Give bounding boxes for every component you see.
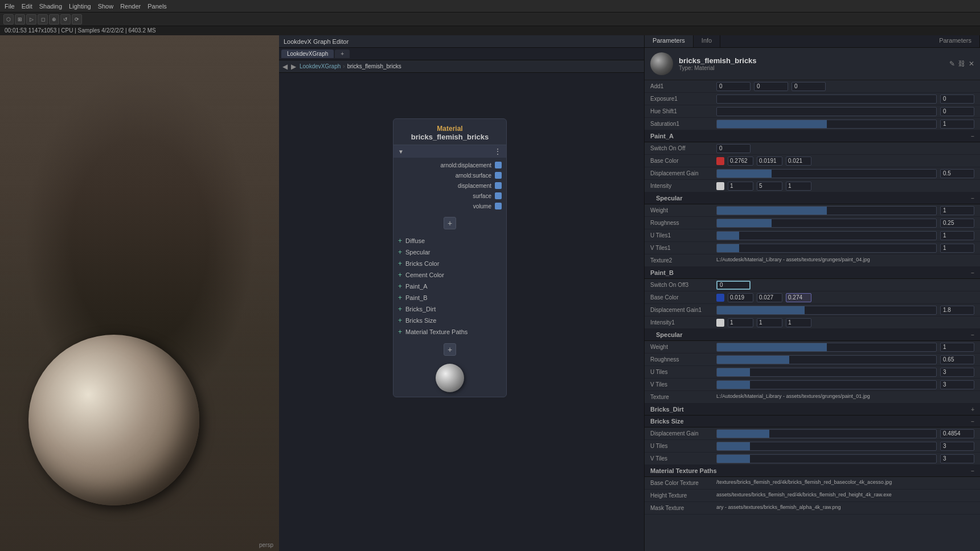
tab-parameters-right[interactable]: Parameters (931, 35, 980, 47)
param-utiles1-bar[interactable] (716, 231, 937, 240)
param-utiles-bs-value[interactable] (940, 442, 974, 451)
param-base-color-b-b[interactable] (786, 293, 811, 302)
param-saturation1-value[interactable] (940, 120, 974, 129)
param-utiles-bs-bar[interactable] (716, 442, 937, 451)
param-vtiles-b-bar[interactable] (716, 380, 937, 389)
toolbar-btn-4[interactable]: ◻ (38, 14, 48, 24)
param-weight-a-value[interactable] (940, 206, 974, 215)
toolbar-btn-1[interactable]: ⬡ (3, 14, 14, 24)
output-dot-4[interactable] (495, 192, 502, 199)
param-intensity1-v1[interactable] (728, 318, 753, 327)
expand-icon[interactable]: + (398, 305, 402, 313)
graph-tab-main[interactable]: LookdevXGraph (281, 50, 334, 58)
param-roughness-a-value[interactable] (940, 219, 974, 228)
param-hueshift1-bar[interactable] (716, 107, 937, 116)
toolbar-btn-3[interactable]: ▷ (26, 14, 36, 24)
param-saturation1-bar[interactable] (716, 120, 937, 129)
param-exposure1-bar[interactable] (716, 94, 937, 104)
paint-b-collapse[interactable]: − (971, 270, 974, 276)
param-base-color-a-swatch[interactable] (716, 157, 724, 165)
param-base-color-b-g[interactable] (757, 293, 782, 302)
param-displacement-gain1-value[interactable] (940, 306, 974, 315)
param-roughness-a-bar[interactable] (716, 219, 937, 228)
tab-parameters[interactable]: Parameters (645, 35, 694, 47)
param-utiles-b-value[interactable] (940, 368, 974, 377)
edit-link-icon[interactable]: ⛓ (958, 60, 965, 68)
param-roughness-b-value[interactable] (940, 355, 974, 364)
param-displacement-gain1-bar[interactable] (716, 306, 937, 315)
node-add-input-btn[interactable]: + (444, 343, 456, 356)
param-add1-v2[interactable] (754, 82, 788, 91)
param-displacement-gain-bs-value[interactable] (940, 429, 974, 438)
output-dot-3[interactable] (495, 182, 502, 189)
mtp-collapse[interactable]: − (971, 468, 974, 474)
menu-file[interactable]: File (5, 3, 15, 10)
section-specular-a[interactable]: Specular − (645, 192, 980, 204)
param-vtiles1-bar[interactable] (716, 244, 937, 253)
edit-pencil-icon[interactable]: ✎ (949, 60, 955, 68)
param-weight-a-bar[interactable] (716, 206, 937, 215)
nav-back[interactable]: ◀ (282, 63, 288, 71)
param-displacement-gain-a-value[interactable] (940, 169, 974, 178)
expand-icon[interactable]: + (398, 316, 402, 324)
param-base-color-b-r[interactable] (728, 293, 753, 302)
specular-a-collapse[interactable]: − (971, 195, 974, 202)
param-intensity-a-v1[interactable] (728, 182, 753, 191)
param-hueshift1-value[interactable] (940, 107, 974, 116)
bricks-size-collapse[interactable]: − (971, 418, 974, 425)
section-bricks-dirt[interactable]: Bricks_Dirt + (645, 404, 980, 416)
expand-icon[interactable]: + (398, 271, 402, 279)
menu-show[interactable]: Show (98, 3, 114, 10)
param-add1-v3[interactable] (792, 82, 826, 91)
menu-render[interactable]: Render (120, 3, 141, 10)
section-specular-b[interactable]: Specular − (645, 329, 980, 341)
section-paint-b[interactable]: Paint_B − (645, 267, 980, 279)
param-weight-b-value[interactable] (940, 343, 974, 352)
graph-canvas[interactable]: Material bricks_flemish_bricks ▼ ⋮ arnol… (279, 73, 644, 551)
section-paint-a[interactable]: Paint_A − (645, 130, 980, 142)
param-utiles-b-bar[interactable] (716, 368, 937, 377)
toolbar-btn-5[interactable]: ⊕ (49, 14, 59, 24)
param-intensity1-v3[interactable] (786, 318, 811, 327)
param-vtiles-bs-bar[interactable] (716, 454, 937, 463)
param-switch-on-off-value[interactable] (716, 144, 751, 153)
param-vtiles1-value[interactable] (940, 244, 974, 253)
param-intensity-a-swatch[interactable] (716, 182, 724, 190)
toolbar-btn-7[interactable]: ⟳ (72, 14, 82, 24)
param-utiles1-value[interactable] (940, 231, 974, 240)
graph-tab-add[interactable]: + (335, 50, 350, 58)
expand-icon[interactable]: + (398, 260, 402, 268)
bricks-dirt-expand[interactable]: + (971, 406, 974, 413)
param-base-color-a-r[interactable] (728, 157, 753, 166)
param-intensity1-v2[interactable] (757, 318, 782, 327)
param-base-color-a-b[interactable] (786, 157, 811, 166)
node-menu-icon[interactable]: ⋮ (494, 147, 502, 156)
param-exposure1-value[interactable] (940, 94, 974, 104)
node-add-output-btn[interactable]: + (444, 217, 456, 229)
param-add1-v1[interactable] (716, 82, 751, 91)
param-base-color-b-swatch[interactable] (716, 294, 724, 302)
expand-icon[interactable]: + (398, 294, 402, 302)
section-material-texture-paths[interactable]: Material Texture Paths − (645, 465, 980, 477)
toolbar-btn-2[interactable]: ⊞ (15, 14, 25, 24)
param-displacement-gain-a-bar[interactable] (716, 169, 937, 178)
expand-icon[interactable]: + (398, 328, 402, 336)
param-roughness-b-bar[interactable] (716, 355, 937, 364)
expand-icon[interactable]: + (398, 248, 402, 256)
paint-a-collapse[interactable]: − (971, 133, 974, 139)
toolbar-btn-6[interactable]: ↺ (60, 14, 71, 24)
specular-b-collapse[interactable]: − (971, 332, 974, 338)
edit-close-icon[interactable]: ✕ (969, 60, 974, 68)
menu-edit[interactable]: Edit (22, 3, 32, 10)
param-intensity1-swatch[interactable] (716, 319, 724, 327)
expand-icon[interactable]: + (398, 237, 402, 245)
expand-icon[interactable]: + (398, 282, 402, 290)
output-dot-2[interactable] (495, 172, 502, 179)
params-scroll[interactable]: Add1 Exposure1 Hue Shift1 Satur (645, 80, 980, 551)
param-intensity-a-v2[interactable] (757, 182, 782, 191)
output-dot-1[interactable] (495, 162, 502, 168)
param-intensity-a-v3[interactable] (786, 182, 811, 191)
param-vtiles-b-value[interactable] (940, 380, 974, 389)
menu-lighting[interactable]: Lighting (69, 3, 91, 10)
crumb-lookdev[interactable]: LookdevXGraph (300, 63, 341, 69)
